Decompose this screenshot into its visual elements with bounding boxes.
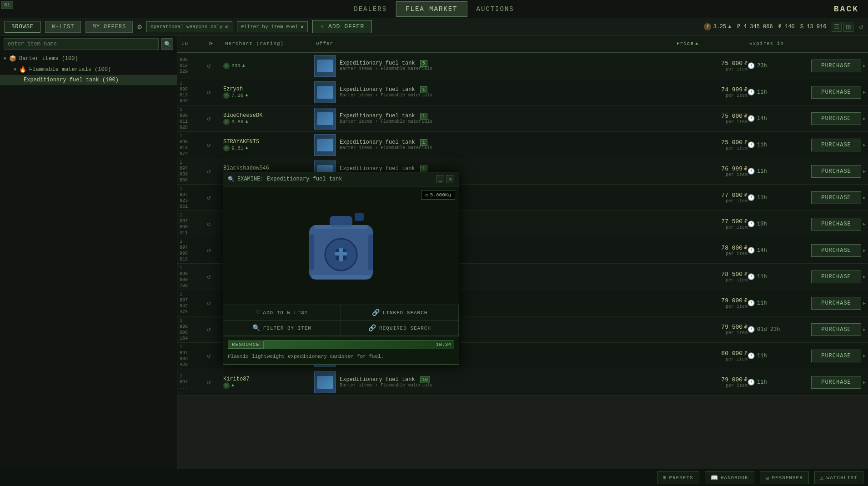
refresh-icon[interactable]: ↺ — [207, 378, 223, 386]
settings-gear-icon[interactable]: ⚙ — [137, 22, 142, 31]
clock-icon: 🕐 — [748, 115, 755, 122]
filter-by-item-btn[interactable]: 🔍 FILTER BY ITEM — [223, 321, 341, 336]
refresh-icon[interactable]: ↺ — [207, 326, 223, 333]
offer-cell: Expeditionary fuel tank 1 Barter items ›… — [314, 108, 675, 130]
row-expand-icon[interactable]: ▶ — [861, 211, 868, 237]
refresh-icon[interactable]: ↺ — [207, 62, 223, 70]
refresh-icon[interactable]: ↺ — [207, 88, 223, 96]
refresh-icon[interactable]: ↺ — [207, 141, 223, 149]
refresh-icon[interactable]: ↺ — [207, 194, 223, 201]
purchase-button[interactable]: PURCHASE — [811, 165, 861, 178]
main-layout: 🔍 ▼ 📦 Barter items (100) ▼ 🔥 Flammable m… — [0, 35, 868, 469]
wlist-tab[interactable]: W-LIST — [45, 21, 81, 33]
row-expand-icon[interactable]: ▶ — [861, 132, 868, 158]
row-expand-icon[interactable]: ▶ — [861, 185, 868, 210]
th-refresh[interactable]: ⟳ — [207, 41, 223, 47]
merchant-rating: M 239 ▲ — [223, 63, 245, 69]
back-button[interactable]: BACK — [834, 5, 859, 14]
row-expand-icon[interactable]: ▶ — [861, 237, 868, 263]
search-button[interactable]: 🔍 — [161, 38, 173, 50]
purchase-button[interactable]: PURCHASE — [811, 60, 861, 72]
linked-search-btn[interactable]: 🔗 LINKED SEARCH — [341, 305, 459, 321]
filter-item-close-icon[interactable]: ✕ — [301, 23, 304, 30]
examine-close-btn[interactable]: ✕ — [446, 175, 454, 183]
purchase-button[interactable]: PURCHASE — [811, 191, 861, 204]
merchant-cell: Ezryah M 7.20 ▲ — [223, 86, 314, 99]
refresh-icon[interactable]: ↺ — [207, 352, 223, 360]
row-expand-icon[interactable]: ▶ — [861, 316, 868, 342]
refresh-icon[interactable]: ↺ — [207, 167, 223, 175]
price-cell: 75 000 ₽ per item — [675, 60, 748, 72]
add-offer-button[interactable]: + ADD OFFER — [312, 20, 372, 33]
expires-value: 23h — [757, 63, 767, 69]
fuel-tank-label: Expeditionary fuel tank (100) — [24, 77, 119, 83]
purchase-button[interactable]: PURCHASE — [811, 244, 861, 257]
messenger-icon: ✉ — [766, 474, 770, 481]
flea-market-nav-btn[interactable]: FLEA MARKET — [396, 1, 467, 17]
purchase-button[interactable]: PURCHASE — [811, 112, 861, 125]
row-expand-icon[interactable]: ▶ — [861, 105, 868, 131]
row-expand-icon[interactable]: ▶ — [861, 343, 868, 369]
dealers-nav-btn[interactable]: DEALERS — [345, 1, 396, 17]
price-per-item: per item — [726, 120, 748, 125]
examine-description: Plastic lightweight expeditionary canist… — [228, 353, 454, 361]
row-expand-icon[interactable]: ▶ — [861, 369, 868, 395]
purchase-button[interactable]: PURCHASE — [811, 323, 861, 336]
purchase-button[interactable]: PURCHASE — [811, 376, 861, 389]
refresh-icon[interactable]: ↺ — [859, 22, 863, 31]
rating-icon: M — [223, 119, 230, 125]
rating-arrow-icon: ▲ — [231, 383, 234, 388]
price-rub-icon: ₽ — [744, 191, 748, 199]
list-view-btn[interactable]: ☰ — [832, 22, 842, 32]
row-expand-icon[interactable]: ▶ — [861, 290, 868, 316]
auctions-nav-btn[interactable]: AUCTIONS — [467, 1, 523, 17]
row-expand-icon[interactable]: ▶ — [861, 79, 868, 105]
handbook-button[interactable]: 📖 HANDBOOK — [705, 471, 754, 484]
sidebar-barter-root[interactable]: ▼ 📦 Barter items (100) — [0, 53, 177, 64]
table-header: ID ⟳ Merchant (rating) Offer Price▲ Expi… — [177, 35, 868, 53]
purchase-button[interactable]: PURCHASE — [811, 86, 861, 99]
messenger-button[interactable]: ✉ MESSENGER — [760, 471, 809, 484]
presets-button[interactable]: ⊞ PRESETS — [657, 471, 699, 484]
sidebar-flammable[interactable]: ▼ 🔥 Flammable materials (100) — [0, 64, 177, 75]
required-search-btn[interactable]: 🔗 REQUIRED SEARCH — [341, 321, 459, 336]
heart-icon: ♡ — [256, 309, 260, 316]
price-per-item: per item — [726, 172, 748, 177]
sidebar-fuel-tank[interactable]: Expeditionary fuel tank (100) — [0, 75, 177, 85]
purchase-button[interactable]: PURCHASE — [811, 297, 861, 310]
rating-arrow-icon: ▲ — [245, 93, 248, 98]
price-main: 75 000 ₽ — [721, 60, 748, 67]
row-id: 1 898 008 164 — [180, 318, 207, 341]
purchase-button[interactable]: PURCHASE — [811, 350, 861, 362]
offer-text: Expeditionary fuel tank 5 Barter items ›… — [340, 60, 432, 71]
purchase-button[interactable]: PURCHASE — [811, 271, 861, 283]
examine-controls: _ ✕ — [436, 175, 454, 183]
row-expand-icon[interactable]: ▶ — [861, 158, 868, 184]
add-to-wlist-btn[interactable]: ♡ ADD TO W-LIST — [223, 305, 341, 321]
offer-image — [314, 371, 336, 393]
price-per-item: per item — [726, 331, 748, 336]
presets-label: PRESETS — [669, 475, 693, 481]
row-expand-icon[interactable]: ▶ — [861, 264, 868, 290]
fuel-tank-thumb — [317, 60, 333, 72]
search-input[interactable] — [4, 38, 159, 50]
refresh-icon[interactable]: ↺ — [207, 273, 223, 281]
watchlist-label: WATCHLIST — [827, 475, 858, 481]
refresh-icon[interactable]: ↺ — [207, 246, 223, 254]
browse-tab[interactable]: BROWSE — [5, 21, 40, 33]
row-expand-icon[interactable]: ▶ — [861, 53, 868, 79]
watchlist-button[interactable]: ⚠ WATCHLIST — [814, 471, 863, 484]
refresh-icon[interactable]: ↺ — [207, 115, 223, 122]
expires-cell: 🕐 01d 23h — [748, 326, 811, 333]
grid-view-btn[interactable]: ⊞ — [843, 22, 853, 32]
refresh-icon[interactable]: ↺ — [207, 220, 223, 228]
svg-rect-10 — [314, 225, 368, 229]
purchase-button[interactable]: PURCHASE — [811, 218, 861, 230]
th-price[interactable]: Price▲ — [675, 41, 748, 46]
filter-item-tag: Filter by item Fuel ✕ — [237, 21, 308, 32]
operational-weapons-close-icon[interactable]: ✕ — [225, 23, 228, 30]
refresh-icon[interactable]: ↺ — [207, 299, 223, 307]
purchase-button[interactable]: PURCHASE — [811, 139, 861, 151]
examine-minimize-btn[interactable]: _ — [436, 175, 444, 183]
my-offers-tab[interactable]: MY OFFERS — [85, 21, 133, 33]
